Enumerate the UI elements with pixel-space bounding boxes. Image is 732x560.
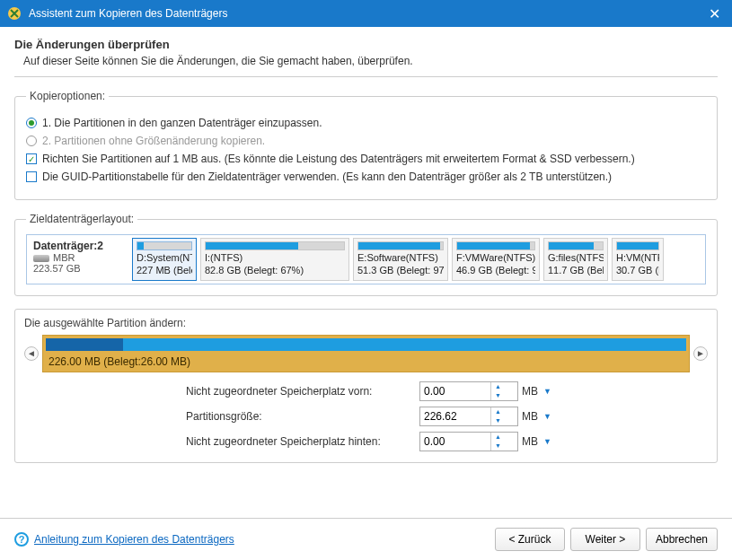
partition-usage-bar [137, 241, 192, 250]
radio-label: 2. Partitionen ohne Größenänderung kopie… [42, 135, 265, 147]
page-subtitle: Auf dieser Seite können Sie die Änderung… [23, 55, 718, 67]
back-button[interactable]: < Zurück [495, 528, 565, 551]
partition-size: 30.7 GB (Belegt: 99%) [616, 265, 659, 277]
partition-name: H:VM(NTFS) [616, 252, 659, 265]
copy-options-group: Kopieroptionen: 1. Die Partitionen in de… [14, 90, 718, 200]
unallocated-before-input[interactable]: ▲▼ [419, 381, 518, 401]
partition-usage-bar [205, 241, 345, 250]
spin-down-icon[interactable]: ▼ [491, 442, 505, 451]
footer: ? Anleitung zum Kopieren des Datenträger… [0, 518, 732, 560]
unallocated-after-field[interactable] [420, 433, 490, 451]
disk-info: Datenträger:2 MBR 223.57 GB [30, 238, 128, 281]
divider [14, 76, 718, 77]
next-button[interactable]: Weiter > [570, 528, 640, 551]
page-title: Die Änderungen überprüfen [14, 38, 718, 51]
radio-label: 1. Die Partitionen in den ganzen Datentr… [42, 117, 322, 129]
slider-right-arrow[interactable]: ► [693, 346, 708, 361]
change-partition-group: Die ausgewählte Partition ändern: ◄ 226.… [14, 309, 718, 463]
unallocated-before-label: Nicht zugeordneter Speicherplatz vorn: [186, 385, 419, 398]
partition-name: E:Software(NTFS) [357, 252, 444, 265]
partition-size: 11.7 GB (Belegt: 84%) [548, 265, 604, 277]
partition-size: 227 MB (Belegt: 11%) [137, 265, 192, 277]
copy-options-legend: Kopieroptionen: [26, 90, 109, 102]
checkbox-label: Richten Sie Partitionen auf 1 MB aus. (E… [42, 153, 635, 165]
help-icon: ? [14, 532, 29, 547]
partition-block[interactable]: D:System(NTFS)227 MB (Belegt: 11%) [132, 238, 197, 281]
disk-size: 223.57 GB [33, 263, 125, 274]
partition-name: I:(NTFS) [205, 252, 345, 265]
spin-down-icon[interactable]: ▼ [491, 391, 505, 400]
partition-size-input[interactable]: ▲▼ [419, 407, 518, 426]
close-icon[interactable]: ✕ [703, 5, 725, 22]
disk-layout-strip: Datenträger:2 MBR 223.57 GB D:System(NTF… [26, 234, 706, 284]
help-link-row: ? Anleitung zum Kopieren des Datenträger… [14, 532, 234, 547]
slider-track [46, 338, 686, 351]
partition-block[interactable]: F:VMWare(NTFS)46.9 GB (Belegt: 94%) [452, 238, 540, 281]
unit-label: MB [518, 385, 543, 398]
checkbox-align-1mb[interactable]: ✓ Richten Sie Partitionen auf 1 MB aus. … [26, 153, 706, 165]
target-layout-legend: Zieldatenträgerlayout: [26, 213, 137, 225]
radio-no-resize[interactable]: 2. Partitionen ohne Größenänderung kopie… [26, 135, 706, 147]
spin-down-icon[interactable]: ▼ [491, 416, 505, 425]
partition-block[interactable]: G:files(NTFS)11.7 GB (Belegt: 84%) [543, 238, 608, 281]
partition-size-label: Partitionsgröße: [186, 410, 419, 423]
change-partition-legend: Die ausgewählte Partition ändern: [24, 317, 708, 329]
target-layout-group: Zieldatenträgerlayout: Datenträger:2 MBR… [14, 213, 718, 296]
unallocated-after-input[interactable]: ▲▼ [419, 432, 518, 451]
spin-up-icon[interactable]: ▲ [491, 382, 505, 391]
partition-size: 82.8 GB (Belegt: 67%) [205, 265, 345, 277]
checkbox-icon: ✓ [26, 153, 37, 164]
titlebar: Assistent zum Kopieren des Datenträgers … [0, 0, 732, 27]
unallocated-before-field[interactable] [420, 382, 490, 400]
unit-dropdown[interactable]: ▼ [543, 437, 558, 446]
radio-icon [26, 136, 37, 146]
partition-usage-bar [616, 241, 659, 250]
help-link[interactable]: Anleitung zum Kopieren des Datenträgers [34, 533, 234, 546]
spin-up-icon[interactable]: ▲ [491, 433, 505, 442]
radio-fit-partitions[interactable]: 1. Die Partitionen in den ganzen Datentr… [26, 117, 706, 129]
checkbox-icon [26, 171, 37, 182]
partition-size: 51.3 GB (Belegt: 97%) [357, 265, 444, 277]
slider-caption: 226.00 MB (Belegt:26.00 MB) [43, 354, 689, 372]
partition-usage-bar [357, 241, 444, 250]
partition-name: G:files(NTFS) [548, 252, 604, 265]
disk-icon [33, 255, 49, 262]
partition-usage-bar [456, 241, 535, 250]
app-icon [7, 6, 22, 21]
slider-left-arrow[interactable]: ◄ [24, 346, 39, 361]
partition-slider[interactable]: 226.00 MB (Belegt:26.00 MB) [42, 335, 690, 372]
unit-label: MB [518, 435, 543, 448]
disk-type: MBR [53, 252, 75, 263]
partition-block[interactable]: E:Software(NTFS)51.3 GB (Belegt: 97%) [353, 238, 448, 281]
slider-used-region [46, 338, 123, 351]
unit-label: MB [518, 410, 543, 423]
unit-dropdown[interactable]: ▼ [543, 387, 558, 396]
partition-name: D:System(NTFS) [137, 252, 192, 265]
window-title: Assistent zum Kopieren des Datenträgers [29, 7, 703, 20]
checkbox-label: Die GUID-Partitionstabelle für den Zield… [42, 171, 612, 183]
partition-size-field[interactable] [420, 407, 490, 425]
checkbox-use-gpt[interactable]: Die GUID-Partitionstabelle für den Zield… [26, 171, 706, 183]
spin-up-icon[interactable]: ▲ [491, 407, 505, 416]
cancel-button[interactable]: Abbrechen [646, 528, 718, 551]
radio-icon [26, 118, 37, 128]
partition-block[interactable]: H:VM(NTFS)30.7 GB (Belegt: 99%) [612, 238, 664, 281]
disk-name: Datenträger:2 [33, 240, 125, 252]
partition-block[interactable]: I:(NTFS)82.8 GB (Belegt: 67%) [200, 238, 349, 281]
unallocated-after-label: Nicht zugeordneter Speicherplatz hinten: [186, 435, 419, 448]
partition-name: F:VMWare(NTFS) [456, 252, 535, 265]
partition-usage-bar [548, 241, 604, 250]
unit-dropdown[interactable]: ▼ [543, 412, 558, 421]
partition-size: 46.9 GB (Belegt: 94%) [456, 265, 535, 277]
